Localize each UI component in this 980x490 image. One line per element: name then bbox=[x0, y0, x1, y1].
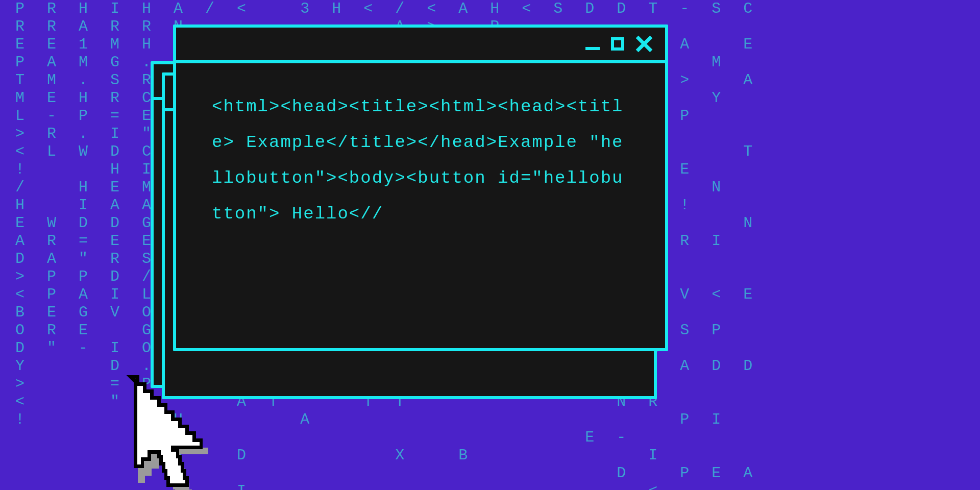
cursor-icon bbox=[107, 375, 225, 490]
titlebar[interactable] bbox=[176, 28, 665, 63]
svg-rect-15 bbox=[138, 476, 145, 483]
matrix-column: RREAME-RL WRAPPER" bbox=[47, 0, 58, 490]
window-stack: <html><head><title><html><head><title> E… bbox=[151, 61, 661, 408]
code-text: <html><head><title><html><head><title> E… bbox=[212, 89, 629, 232]
matrix-column: HA1M.HP.W HID="PAGE- bbox=[79, 0, 90, 490]
matrix-column: S M Y N I < P D I E C. L - > - V < S = I… bbox=[712, 0, 723, 490]
code-window: <html><head><title><html><head><title> E… bbox=[173, 24, 668, 351]
matrix-column: PREPTML><!/HEAD><BODY><! bbox=[15, 0, 27, 490]
maximize-icon[interactable] bbox=[611, 37, 624, 51]
svg-rect-13 bbox=[138, 469, 152, 476]
code-body: <html><head><title><html><head><title> E… bbox=[176, 63, 665, 257]
close-icon[interactable] bbox=[635, 35, 653, 53]
matrix-column: - A > P E ! R V S A P P L O . E - W R I … bbox=[680, 0, 691, 490]
matrix-column: C E A T N E D A C L A S S " S O " bbox=[743, 0, 754, 490]
minimize-icon[interactable] bbox=[585, 37, 600, 51]
